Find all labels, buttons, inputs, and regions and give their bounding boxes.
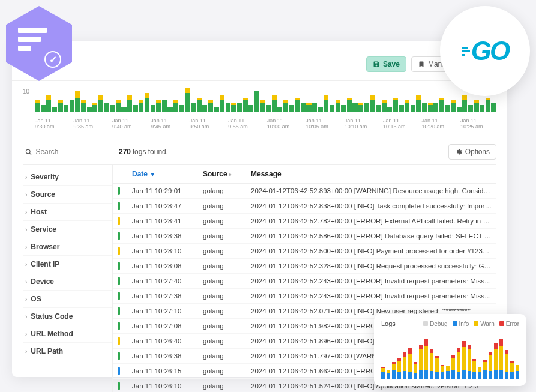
sidebar-item[interactable]: ›Source <box>23 186 112 204</box>
chevron-right-icon: › <box>25 244 27 250</box>
severity-indicator <box>118 247 120 255</box>
chart-bar <box>254 91 259 112</box>
sidebar-item[interactable]: ›OS <box>23 291 112 308</box>
table-row[interactable]: Jan 11 10:28:10golang2024-01-12T06:42:52… <box>113 244 496 259</box>
chart-bar <box>411 105 415 112</box>
chart-bar <box>312 103 317 112</box>
mini-bar <box>478 367 481 379</box>
chart-bar <box>191 103 196 112</box>
mini-bar <box>457 348 460 379</box>
chart-bar <box>457 107 462 112</box>
table-row[interactable]: Jan 11 10:28:38golang2024-01-12T06:42:52… <box>113 229 496 244</box>
chart-bar <box>318 107 323 112</box>
chart-bar <box>35 100 40 112</box>
sidebar-item-label: Source <box>31 190 55 199</box>
chart-tick: Jan 119:45 am <box>151 118 187 130</box>
svg-point-0 <box>26 149 30 154</box>
chart-bar <box>202 105 207 112</box>
save-button[interactable]: Save <box>366 56 406 72</box>
bookmark-icon <box>418 61 425 68</box>
chart-bar <box>370 95 375 112</box>
sidebar-item[interactable]: ›Browser <box>23 238 112 256</box>
chevron-right-icon: › <box>25 174 27 181</box>
cell-date: Jan 11 10:27:40 <box>132 277 198 285</box>
severity-indicator <box>118 382 120 390</box>
table-row[interactable]: Jan 11 10:29:01golang2024-01-12T06:42:52… <box>113 184 496 199</box>
go-speed-lines-icon <box>462 47 470 56</box>
chevron-right-icon: › <box>25 209 27 216</box>
chevron-right-icon: › <box>25 331 27 337</box>
chart-tick: Jan 1110:10 am <box>345 118 381 130</box>
severity-indicator <box>118 187 120 195</box>
chart-bar <box>197 98 202 112</box>
controls-row: 270 logs found. Options <box>23 139 496 165</box>
options-button[interactable]: Options <box>448 144 496 160</box>
chevron-right-icon: › <box>25 313 27 320</box>
column-date[interactable]: Date ▼ <box>132 170 198 178</box>
chart-bar <box>399 105 403 112</box>
options-label: Options <box>465 148 490 156</box>
svg-line-1 <box>29 152 31 154</box>
chart-tick: Jan 1110:15 am <box>383 118 419 130</box>
chart-bar <box>324 95 328 112</box>
table-row[interactable]: Jan 11 10:27:38golang2024-01-12T06:42:52… <box>113 289 496 304</box>
mini-bar <box>451 355 455 379</box>
chart-bar <box>220 95 224 112</box>
cell-date: Jan 11 10:29:01 <box>132 187 198 194</box>
severity-indicator <box>118 337 120 345</box>
sidebar-item[interactable]: ›Severity <box>23 169 112 186</box>
chart-tick: Jan 119:40 am <box>112 118 148 130</box>
sidebar: ›Severity›Source›Host›Service›Browser›Cl… <box>23 165 113 392</box>
search-icon <box>25 148 32 156</box>
chart-bar <box>277 107 282 112</box>
chart-bar <box>301 103 306 112</box>
logs-count: 270 <box>119 148 131 156</box>
mini-bar <box>441 365 444 379</box>
cell-date: Jan 11 10:28:08 <box>132 262 198 270</box>
chart-bar <box>382 100 387 112</box>
chart-tick: Jan 119:30 am <box>35 118 71 130</box>
sidebar-item[interactable]: ›URL Path <box>23 343 112 360</box>
search-input[interactable] <box>35 148 110 156</box>
chevron-right-icon: › <box>25 226 27 233</box>
cell-source: golang <box>203 277 246 285</box>
cell-date: Jan 11 10:26:15 <box>132 367 198 375</box>
sidebar-item[interactable]: ›Device <box>23 273 112 291</box>
chart-bar <box>179 105 184 112</box>
table-row[interactable]: Jan 11 10:28:41golang2024-01-12T06:42:52… <box>113 214 496 229</box>
mini-bar <box>392 362 396 379</box>
table-row[interactable]: Jan 11 10:27:40golang2024-01-12T06:42:52… <box>113 274 496 289</box>
sidebar-item-label: Device <box>31 277 54 286</box>
chart-bar <box>58 100 63 112</box>
sidebar-item[interactable]: ›Client IP <box>23 256 112 273</box>
chart-bar <box>341 105 346 112</box>
cell-message: 2024-01-12T06:42:52.893+00:00 [WARNING] … <box>251 187 492 194</box>
chart-bar <box>405 100 409 112</box>
chart-bar <box>260 100 265 112</box>
cell-date: Jan 11 10:27:10 <box>132 307 198 315</box>
sidebar-item[interactable]: ›Host <box>23 204 112 221</box>
mini-bar <box>510 361 514 379</box>
sidebar-item-label: Host <box>31 208 47 216</box>
chart-tick: Jan 1110:05 am <box>306 118 342 130</box>
table-row[interactable]: Jan 11 10:28:47golang2024-01-12T06:42:52… <box>113 199 496 214</box>
mini-bar <box>397 358 401 379</box>
sidebar-item[interactable]: ›URL Method <box>23 325 112 343</box>
column-source[interactable]: Source♦ <box>203 170 246 178</box>
chart-bar <box>376 105 381 112</box>
table-row[interactable]: Jan 11 10:28:08golang2024-01-12T06:42:52… <box>113 259 496 274</box>
chart-tick: Jan 119:55 am <box>228 118 264 130</box>
chart-bar <box>98 95 103 112</box>
chevron-right-icon: › <box>25 191 27 198</box>
sidebar-item-label: Browser <box>31 243 59 251</box>
chart-bar <box>393 98 398 112</box>
chart-bar <box>139 100 143 112</box>
chart-bar <box>491 103 496 112</box>
sidebar-item[interactable]: ›Service <box>23 221 112 238</box>
chart-bar <box>445 105 450 112</box>
mini-bar <box>472 359 476 379</box>
sidebar-item[interactable]: ›Status Code <box>23 308 112 325</box>
chart-bar <box>214 107 218 112</box>
chart-bar <box>92 103 97 112</box>
cell-date: Jan 11 10:28:10 <box>132 247 198 255</box>
